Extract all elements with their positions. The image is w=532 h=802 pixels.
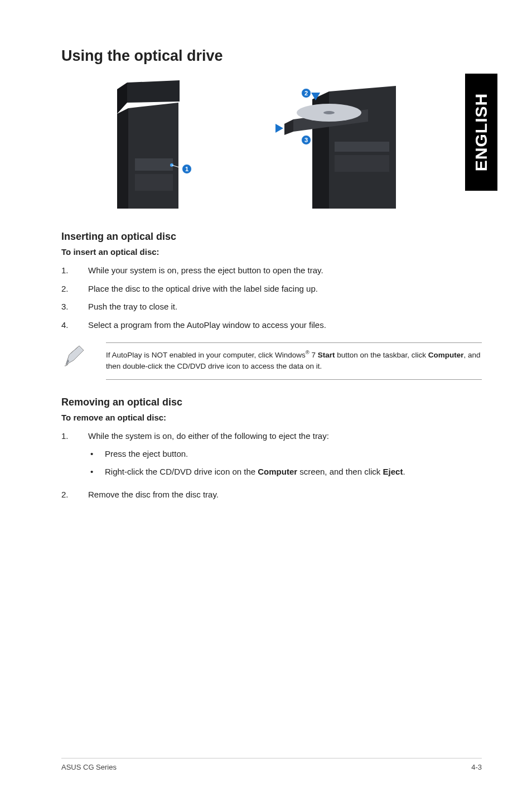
pencil-icon <box>62 342 106 370</box>
svg-rect-4 <box>135 158 173 171</box>
insert-steps: 1.While your system is on, press the eje… <box>61 264 482 331</box>
list-item: 2.Place the disc to the optical drive wi… <box>61 283 482 296</box>
svg-marker-2 <box>127 80 180 103</box>
callout-2: 2 <box>301 88 311 98</box>
list-item: 3.Push the tray to close it. <box>61 301 482 313</box>
remove-steps: 1. While the system is on, do either of … <box>61 430 482 501</box>
svg-rect-14 <box>335 142 389 152</box>
callout-3: 3 <box>301 135 311 145</box>
arrow-down-icon <box>311 93 320 100</box>
language-label: ENGLISH <box>472 93 491 171</box>
svg-marker-3 <box>117 83 127 114</box>
divider <box>106 342 482 343</box>
list-item: 4.Select a program from the AutoPlay win… <box>61 319 482 332</box>
list-item: 2.Remove the disc from the disc tray. <box>61 489 482 501</box>
divider <box>106 379 482 380</box>
tower-open-svg <box>84 80 212 209</box>
svg-marker-1 <box>117 108 128 209</box>
subheading-insert: To insert an optical disc: <box>61 247 482 257</box>
list-item: 1. While the system is on, do either of … <box>61 430 482 483</box>
svg-rect-5 <box>135 174 173 191</box>
footer-right: 4-3 <box>471 763 482 771</box>
svg-rect-15 <box>335 155 389 172</box>
list-item: 1.While your system is on, press the eje… <box>61 264 482 277</box>
page-title: Using the optical drive <box>61 47 482 65</box>
svg-marker-11 <box>284 119 293 135</box>
note-text: If AutoPlay is NOT enabled in your compu… <box>106 349 482 373</box>
illustration-disc: 2 3 <box>245 80 413 209</box>
list-item: •Press the eject button. <box>88 447 482 461</box>
tower-tray-svg <box>245 80 413 209</box>
svg-marker-0 <box>128 103 178 209</box>
heading-insert: Inserting an optical disc <box>61 231 482 243</box>
illustration-insert: 1 <box>84 80 212 209</box>
heading-remove: Removing an optical disc <box>61 397 482 408</box>
language-tab: ENGLISH <box>465 74 497 191</box>
arrow-right-icon <box>275 124 283 133</box>
list-item: •Right-click the CD/DVD drive icon on th… <box>88 465 482 479</box>
footer-left: ASUS CG Series <box>61 763 117 771</box>
illustration-row: 1 2 3 <box>61 80 482 209</box>
page-footer: ASUS CG Series 4-3 <box>61 758 482 771</box>
remove-substeps: •Press the eject button. •Right-click th… <box>88 447 482 479</box>
note-box: If AutoPlay is NOT enabled in your compu… <box>61 342 482 380</box>
callout-1: 1 <box>182 164 192 174</box>
subheading-remove: To remove an optical disc: <box>61 413 482 422</box>
svg-point-13 <box>323 111 335 114</box>
